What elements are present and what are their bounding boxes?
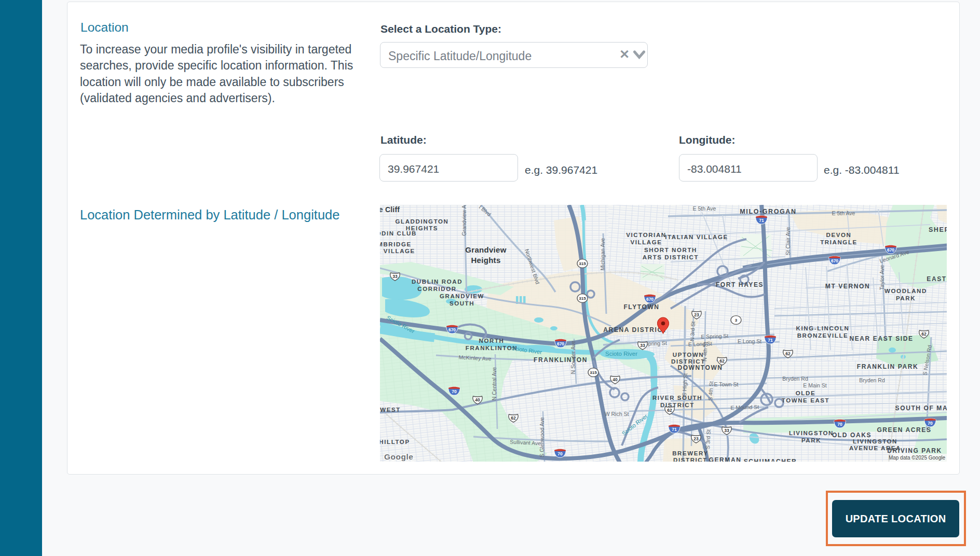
svg-text:VICTORIAN: VICTORIAN <box>626 232 666 238</box>
svg-text:E Main St: E Main St <box>803 382 827 388</box>
svg-text:LIVINGSTON: LIVINGSTON <box>789 430 834 436</box>
svg-text:Bryden Rd: Bryden Rd <box>859 377 885 383</box>
svg-text:e Cliff: e Cliff <box>380 205 400 214</box>
svg-text:St Clair Ave: St Clair Ave <box>785 227 791 256</box>
svg-text:LIVINGSTON: LIVINGSTON <box>853 438 897 444</box>
svg-text:S 3rd St: S 3rd St <box>704 429 712 449</box>
svg-text:ARENA DISTRICT: ARENA DISTRICT <box>603 326 667 333</box>
svg-text:SOUTH OF MAIN: SOUTH OF MAIN <box>895 405 947 412</box>
svg-text:71: 71 <box>759 218 764 223</box>
svg-text:WOODLAND: WOODLAND <box>884 288 927 294</box>
svg-text:EASTG: EASTG <box>927 275 947 283</box>
svg-text:62: 62 <box>667 408 672 413</box>
svg-text:670: 670 <box>557 341 564 346</box>
svg-text:DISTRICT: DISTRICT <box>673 457 707 462</box>
svg-text:ARTS DISTRICT: ARTS DISTRICT <box>643 254 699 260</box>
svg-text:33: 33 <box>640 343 645 348</box>
svg-text:TOWNE EAST: TOWNE EAST <box>782 397 829 404</box>
svg-text:62: 62 <box>511 415 516 421</box>
svg-text:GREEN ACRES: GREEN ACRES <box>877 426 931 434</box>
svg-text:FRANKLINTON: FRANKLINTON <box>534 356 588 364</box>
svg-text:GERMAN: GERMAN <box>709 456 742 462</box>
svg-text:PARK: PARK <box>896 295 916 301</box>
svg-text:315: 315 <box>579 296 586 301</box>
svg-text:71: 71 <box>672 427 677 432</box>
svg-text:DOWNTOWN: DOWNTOWN <box>677 364 723 371</box>
svg-text:DEVON: DEVON <box>826 232 852 238</box>
svg-text:S 4th St: S 4th St <box>707 381 714 401</box>
svg-text:ITALIAN VILLAGE: ITALIAN VILLAGE <box>665 234 728 240</box>
svg-text:E Long St: E Long St <box>688 340 713 348</box>
svg-text:40: 40 <box>475 397 480 402</box>
svg-text:NORTH: NORTH <box>479 338 505 344</box>
svg-text:23: 23 <box>694 312 699 317</box>
svg-text:SHORT NORTH: SHORT NORTH <box>644 247 697 253</box>
svg-text:N 3rd St: N 3rd St <box>689 321 696 341</box>
svg-text:Michigan Ave: Michigan Ave <box>600 238 606 270</box>
svg-text:Google: Google <box>384 452 413 461</box>
svg-text:OLD OAKS: OLD OAKS <box>832 432 872 439</box>
svg-text:WEST: WEST <box>380 407 401 413</box>
svg-text:E Spring St: E Spring St <box>701 332 729 340</box>
svg-text:MILO-GROGAN: MILO-GROGAN <box>740 208 796 215</box>
svg-text:23: 23 <box>693 436 699 441</box>
svg-text:HILLTOP: HILLTOP <box>380 439 410 445</box>
svg-text:315: 315 <box>590 370 597 375</box>
svg-text:315: 315 <box>579 261 586 266</box>
svg-text:3: 3 <box>735 318 738 323</box>
svg-text:670: 670 <box>831 258 838 263</box>
svg-text:FLYTOWN: FLYTOWN <box>623 303 659 311</box>
svg-text:Bryden Rd: Bryden Rd <box>782 376 808 382</box>
svg-text:670: 670 <box>448 327 456 332</box>
svg-text:GRANDVIEW: GRANDVIEW <box>440 293 484 299</box>
svg-text:Scioto River: Scioto River <box>605 351 637 357</box>
svg-text:MT VERNON: MT VERNON <box>825 283 870 290</box>
svg-text:CORRIDOR: CORRIDOR <box>417 286 456 292</box>
svg-text:Map data ©2025 Google: Map data ©2025 Google <box>889 455 946 461</box>
svg-text:70: 70 <box>837 422 842 427</box>
svg-text:W Rich St: W Rich St <box>605 411 629 417</box>
svg-text:670: 670 <box>646 297 654 302</box>
svg-text:Grandview A: Grandview A <box>461 205 467 236</box>
svg-text:E Mound St: E Mound St <box>730 404 759 411</box>
svg-text:DDIN CLUB: DDIN CLUB <box>380 230 417 237</box>
svg-text:NEAR EAST SIDE: NEAR EAST SIDE <box>849 335 913 342</box>
svg-text:BREWERY: BREWERY <box>672 450 709 456</box>
svg-text:S Glenwood Ave: S Glenwood Ave <box>539 417 545 457</box>
svg-text:70: 70 <box>452 389 457 394</box>
svg-text:FRANKLINTON: FRANKLINTON <box>466 345 518 351</box>
svg-text:62: 62 <box>921 331 927 337</box>
svg-text:Grandview: Grandview <box>465 245 506 254</box>
svg-text:FORT HAYES: FORT HAYES <box>716 281 764 288</box>
svg-text:MBRIDGE: MBRIDGE <box>380 241 412 247</box>
svg-text:RIVER SOUTH: RIVER SOUTH <box>652 395 702 401</box>
svg-text:70: 70 <box>557 451 563 456</box>
svg-text:PARK: PARK <box>801 437 821 443</box>
svg-text:70: 70 <box>928 421 933 426</box>
svg-text:Taylor Ave: Taylor Ave <box>879 265 885 290</box>
svg-text:E 5th Ave: E 5th Ave <box>832 210 855 216</box>
svg-text:GLADDINGTON: GLADDINGTON <box>396 218 449 225</box>
svg-text:KING-LINCOLN: KING-LINCOLN <box>796 325 850 331</box>
svg-text:K VILLAGE: K VILLAGE <box>380 248 415 254</box>
svg-text:N Souder Ave: N Souder Ave <box>570 341 576 374</box>
svg-text:N Central Ave: N Central Ave <box>491 367 497 401</box>
svg-text:Heights: Heights <box>471 256 500 265</box>
svg-text:SCHUMACHER: SCHUMACHER <box>744 458 797 462</box>
svg-text:40: 40 <box>612 377 618 382</box>
svg-text:62: 62 <box>785 351 791 356</box>
svg-text:E 5th Ave: E 5th Ave <box>693 205 716 212</box>
svg-text:33: 33 <box>392 274 398 279</box>
svg-text:UPTOWN: UPTOWN <box>673 352 704 358</box>
svg-text:62: 62 <box>719 358 725 364</box>
svg-text:E Long St: E Long St <box>738 338 761 344</box>
svg-text:BRONZEVILLE: BRONZEVILLE <box>797 332 849 339</box>
svg-text:E Town St: E Town St <box>714 381 738 387</box>
svg-text:DRIVING PARK: DRIVING PARK <box>887 447 942 454</box>
svg-text:SHEPA: SHEPA <box>929 226 947 233</box>
svg-text:S High St: S High St <box>681 373 688 396</box>
svg-text:OLDE: OLDE <box>796 390 815 396</box>
svg-text:VILLAGE: VILLAGE <box>630 239 662 245</box>
svg-text:71: 71 <box>768 338 773 343</box>
svg-text:DUBLIN ROAD: DUBLIN ROAD <box>412 279 462 285</box>
